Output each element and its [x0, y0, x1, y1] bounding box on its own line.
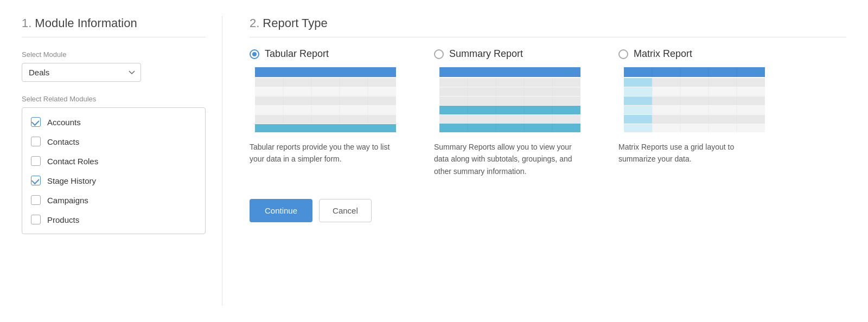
module-label-campaigns: Campaigns	[47, 196, 88, 205]
radio-summary[interactable]	[434, 49, 444, 59]
svg-rect-79	[624, 87, 652, 96]
module-label-products: Products	[47, 215, 79, 224]
svg-rect-8	[255, 87, 396, 96]
module-item-products[interactable]: Products	[22, 210, 205, 229]
svg-rect-62	[439, 124, 580, 132]
left-panel: 1.Module Information Select Module Deals…	[22, 16, 222, 306]
svg-rect-72	[624, 78, 652, 87]
radio-tabular[interactable]	[250, 49, 259, 59]
module-checkbox-campaigns[interactable]	[31, 195, 41, 205]
svg-rect-0	[255, 67, 396, 77]
report-type-header-matrix: Matrix Report	[618, 48, 770, 60]
report-types: Tabular Report Tabular reports provide y…	[250, 48, 846, 177]
right-panel: 2.Report Type Tabular Report Tabular r	[222, 16, 846, 306]
module-select[interactable]: Deals	[22, 63, 141, 82]
module-label-contact-roles: Contact Roles	[47, 157, 98, 166]
module-checkbox-stage-history[interactable]	[31, 176, 41, 185]
report-type-header-tabular: Tabular Report	[250, 48, 401, 60]
module-item-campaigns[interactable]: Campaigns	[22, 190, 205, 210]
report-description-summary: Summary Reports allow you to view your d…	[434, 141, 586, 177]
related-modules-label: Select Related Modules	[22, 95, 206, 103]
report-description-matrix: Matrix Reports use a grid layout to summ…	[618, 141, 770, 165]
svg-rect-1	[255, 77, 396, 78]
svg-rect-93	[624, 106, 652, 114]
svg-rect-40	[439, 87, 580, 96]
cancel-button[interactable]: Cancel	[319, 199, 372, 222]
report-description-tabular: Tabular reports provide you the way to l…	[250, 141, 401, 165]
module-item-contact-roles[interactable]: Contact Roles	[22, 151, 205, 171]
svg-rect-100	[624, 115, 652, 124]
module-item-contacts[interactable]: Contacts	[22, 132, 205, 151]
svg-rect-32	[255, 124, 396, 132]
step1-number: 1.	[22, 16, 31, 30]
module-checkbox-contact-roles[interactable]	[31, 156, 41, 166]
svg-rect-46	[439, 96, 580, 105]
svg-rect-26	[255, 115, 396, 124]
svg-rect-57	[439, 115, 580, 124]
svg-rect-33	[439, 67, 580, 77]
module-checkbox-contacts[interactable]	[31, 137, 41, 146]
radio-matrix[interactable]	[618, 49, 628, 59]
step2-number: 2.	[250, 16, 259, 30]
module-checkbox-products[interactable]	[31, 215, 41, 224]
step2-title: 2.Report Type	[250, 16, 846, 37]
report-type-name-matrix: Matrix Report	[634, 48, 692, 60]
page-container: 1.Module Information Select Module Deals…	[0, 0, 868, 322]
action-buttons: Continue Cancel	[250, 199, 846, 222]
table-preview-tabular	[250, 67, 401, 132]
svg-rect-67	[624, 67, 765, 77]
module-item-stage-history[interactable]: Stage History	[22, 171, 205, 190]
svg-rect-14	[255, 96, 396, 105]
select-module-label: Select Module	[22, 50, 206, 59]
modules-list: AccountsContactsContact RolesStage Histo…	[22, 107, 206, 234]
continue-button[interactable]: Continue	[250, 199, 312, 222]
table-preview-summary	[434, 67, 586, 132]
report-type-matrix[interactable]: Matrix Report	[618, 48, 770, 177]
module-checkbox-accounts[interactable]	[31, 117, 41, 127]
step1-title: 1.Module Information	[22, 16, 206, 37]
module-label-contacts: Contacts	[47, 137, 79, 146]
svg-rect-20	[255, 106, 396, 114]
svg-rect-2	[255, 78, 396, 87]
module-label-stage-history: Stage History	[47, 176, 96, 185]
table-preview-matrix	[618, 67, 770, 132]
svg-rect-86	[624, 96, 652, 105]
report-type-name-summary: Summary Report	[449, 48, 523, 60]
report-type-tabular[interactable]: Tabular Report Tabular reports provide y…	[250, 48, 401, 177]
module-item-accounts[interactable]: Accounts	[22, 112, 205, 132]
svg-rect-107	[624, 124, 652, 132]
report-type-name-tabular: Tabular Report	[265, 48, 329, 60]
report-type-summary[interactable]: Summary Report Summary Reports allow y	[434, 48, 586, 177]
report-type-header-summary: Summary Report	[434, 48, 586, 60]
svg-rect-34	[439, 78, 580, 87]
svg-rect-52	[439, 106, 580, 114]
module-label-accounts: Accounts	[47, 118, 81, 127]
